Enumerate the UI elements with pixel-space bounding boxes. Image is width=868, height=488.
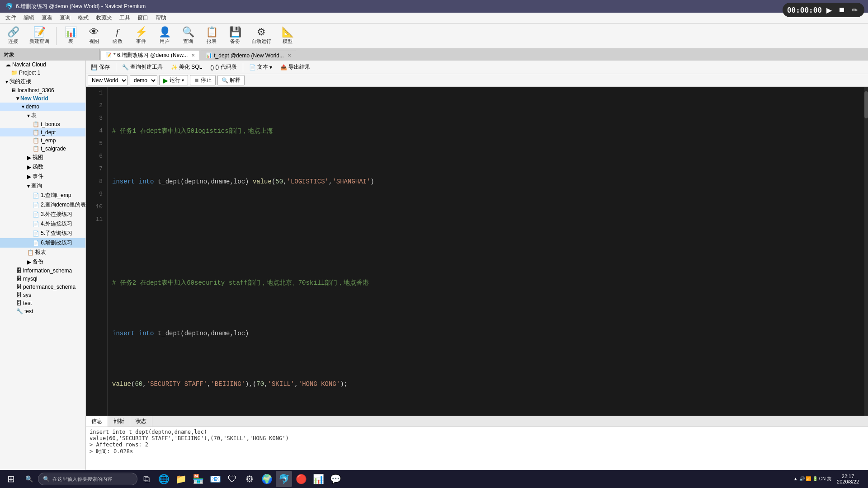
run-button[interactable]: ▶ 运行 ▾ [159,75,188,85]
sidebar-mysql[interactable]: 🗄 mysql [0,275,85,283]
tb-query[interactable]: 🔍 查询 [177,25,199,47]
query-creator-button[interactable]: 🔧 查询创建工具 [119,62,166,72]
sidebar-funcs[interactable]: ▶ 函数 [0,162,85,172]
sidebar-my-connections[interactable]: ▾ 我的连接 [0,77,85,86]
taskbar-shield[interactable]: 🛡 [224,471,241,487]
sidebar-queries[interactable]: ▾ 查询 [0,181,85,191]
export-button[interactable]: 📤 导出结果 [277,62,313,72]
tab-query-6-close[interactable]: ✕ [191,53,195,58]
sidebar-q3[interactable]: 📄 3.外连接练习 [0,210,85,219]
taskbar-store[interactable]: 🏪 [190,471,206,487]
start-button[interactable]: ⊞ [2,471,20,487]
bottom-tab-profile[interactable]: 剖析 [108,416,130,427]
sidebar-t-dept[interactable]: 📋 t_dept [0,128,85,136]
menu-favorites[interactable]: 收藏夹 [92,13,116,23]
sidebar-test[interactable]: 🗄 test [0,299,85,307]
sidebar-new-world[interactable]: ▾ New World [0,94,85,103]
code-line-2: insert into t_dept(deptno,dname,loc) val… [112,175,860,188]
menu-query[interactable]: 查询 [56,13,74,23]
timer-stop-button[interactable]: ⏹ [836,5,847,15]
taskbar-task-view[interactable]: ⧉ [138,471,155,487]
menu-window[interactable]: 窗口 [134,13,152,23]
menu-edit[interactable]: 编辑 [20,13,38,23]
sidebar-q4[interactable]: 📄 4.外连接练习 [0,219,85,229]
sidebar-info-schema[interactable]: 🗄 information_schema [0,267,85,275]
sidebar-t-emp[interactable]: 📋 t_emp [0,136,85,145]
tb-user[interactable]: 👤 用户 [153,25,176,47]
taskbar-edge[interactable]: 🌐 [156,471,172,487]
tb-report[interactable]: 📋 报表 [200,25,223,47]
connection-select[interactable]: New World [88,75,128,85]
taskbar-search-bar[interactable]: 🔍 在这里输入你要搜索的内容 [38,473,137,485]
menu-view[interactable]: 查看 [38,13,56,23]
menu-format[interactable]: 格式 [74,13,92,23]
bottom-tab-status[interactable]: 状态 [130,416,152,427]
funcs-label: 函数 [33,163,43,171]
title-bar-text: 6.增删改练习 @demo (New World) - Navicat Prem… [16,3,146,10]
tab-tdept-close[interactable]: ✕ [288,53,291,58]
taskbar-clock[interactable]: 22:17 2020/8/22 [833,474,863,484]
tb-backup[interactable]: 💾 备份 [224,25,246,47]
code-wrap-button[interactable]: () () 代码段 [207,62,240,72]
taskbar-navicat[interactable]: 🐬 [276,471,292,487]
taskbar-explorer[interactable]: 📁 [173,471,189,487]
save-button[interactable]: 💾 保存 [88,62,113,72]
sidebar-tables[interactable]: ▾ 表 [0,111,85,120]
sidebar-q6[interactable]: 📄 6.增删改练习 [0,238,85,248]
tb-autorun[interactable]: ⚙ 自动运行 [247,25,275,47]
taskbar-ppt[interactable]: 📊 [310,471,326,487]
sidebar-perf-schema[interactable]: 🗄 performance_schema [0,283,85,291]
sidebar-q2[interactable]: 📄 2.查询demo里的表 [0,200,85,210]
sidebar-events[interactable]: ▶ 事件 [0,172,85,181]
timer-play-button[interactable]: ▶ [824,5,835,15]
sidebar-sys[interactable]: 🗄 sys [0,291,85,299]
tb-function[interactable]: ƒ 函数 [106,25,129,47]
sidebar-demo[interactable]: ▾ demo [0,103,85,111]
sidebar-project1[interactable]: 📁 Project 1 [0,69,85,77]
code-editor[interactable]: 1 2 3 4 5 6 7 8 9 10 11 # 任务1 在dept表中加入5… [86,87,868,416]
tb-table-label: 表 [68,38,73,45]
sidebar-reports[interactable]: 📋 报表 [0,248,85,257]
sidebar-backups[interactable]: ▶ 备份 [0,257,85,267]
menu-tools[interactable]: 工具 [116,13,134,23]
bottom-tab-info[interactable]: 信息 [86,416,108,427]
editor-scrollbar[interactable] [864,87,868,416]
database-select[interactable]: demo [130,75,157,85]
result-line-2: value(60,'SECURITY STAFF','BEIJING'),(70… [90,435,864,441]
tb-event[interactable]: ⚡ 事件 [130,25,152,47]
sidebar-t-bonus[interactable]: 📋 t_bonus [0,120,85,128]
sidebar-navicat-cloud[interactable]: ☁ Navicat Cloud [0,61,85,69]
tb-view[interactable]: 👁 视图 [83,25,105,47]
sidebar-q1[interactable]: 📄 1.查询t_emp [0,191,85,200]
sidebar-q5[interactable]: 📄 5.子查询练习 [0,229,85,238]
taskbar-settings[interactable]: ⚙ [241,471,258,487]
object-tab[interactable]: 对象 [4,51,14,59]
text-icon: 📄 [249,64,256,70]
text-button[interactable]: 📄 文本 ▾ [246,62,275,72]
beautify-button[interactable]: ✨ 美化 SQL [168,62,205,72]
tb-connect[interactable]: 🔗 连接 [2,25,24,47]
taskbar-cortana[interactable]: 🔍 [21,471,37,487]
menu-file[interactable]: 文件 [2,13,20,23]
sidebar-localhost[interactable]: 🖥 localhost_3306 [0,86,85,94]
taskbar-chrome[interactable]: 🌍 [259,471,275,487]
explain-button[interactable]: 🔍 解释 [217,75,245,85]
tb-model[interactable]: 📐 模型 [276,25,299,47]
taskbar-wechat[interactable]: 💬 [327,471,344,487]
tab-tdept[interactable]: 📊 t_dept @demo (New World... ✕ [201,50,296,60]
bottom-tab-bar: 信息 剖析 状态 [86,416,868,427]
taskbar-mail[interactable]: 📧 [207,471,223,487]
scrollbar-thumb[interactable] [864,91,868,118]
tab-query-6[interactable]: 📝 * 6.增删改练习 @demo (New... ✕ [100,50,200,60]
taskbar-app1[interactable]: 🔴 [293,471,309,487]
sidebar-views[interactable]: ▶ 视图 [0,153,85,162]
stop-button[interactable]: ⏹ 停止 [190,75,216,85]
q5-label: 5.子查询练习 [41,230,72,237]
tb-table[interactable]: 📊 表 [59,25,82,47]
sidebar-t-salgrade[interactable]: 📋 t_salgrade [0,145,85,153]
sidebar-test2[interactable]: 🔧 test [0,307,85,315]
menu-help[interactable]: 帮助 [152,13,170,23]
tb-new-query[interactable]: 📝 新建查询 [25,25,53,47]
new-world-label: New World [20,95,48,102]
timer-edit-button[interactable]: ✏ [849,5,860,15]
